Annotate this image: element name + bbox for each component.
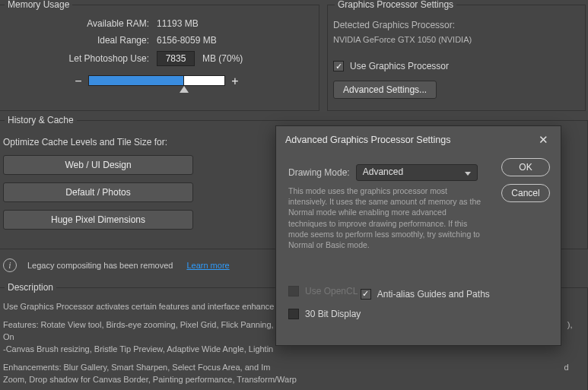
legacy-compositing-text: Legacy compositing has been removed — [27, 261, 173, 270]
thirty-bit-checkbox[interactable]: 30 Bit Display — [288, 309, 361, 319]
advanced-settings-button[interactable]: Advanced Settings... — [333, 81, 437, 99]
thirty-bit-label: 30 Bit Display — [305, 309, 361, 319]
desc-line4a: Enhancements: Blur Gallery, Smart Sharpe… — [3, 363, 270, 372]
ideal-range-value: 6156-8059 MB — [157, 35, 217, 46]
checkbox-icon — [361, 289, 371, 300]
default-photos-button[interactable]: Default / Photos — [3, 182, 193, 202]
cancel-button[interactable]: Cancel — [501, 184, 550, 202]
web-ui-design-button[interactable]: Web / UI Design — [3, 155, 193, 175]
let-photoshop-use-label: Let Photoshop Use: — [0, 53, 149, 64]
available-ram-value: 11193 MB — [157, 18, 199, 29]
use-opencl-checkbox: Use OpenCL — [288, 286, 358, 296]
checkbox-icon — [288, 286, 299, 296]
detected-gpu-value: NVIDIA GeForce GTX 1050 (NVIDIA) — [333, 35, 472, 44]
optimize-label: Optimize Cache Levels and Tile Size for: — [3, 137, 193, 147]
antialias-label: Anti-alias Guides and Paths — [377, 289, 490, 300]
info-icon: i — [3, 258, 17, 272]
drawing-mode-description: This mode uses the graphics processor mo… — [288, 185, 485, 250]
photoshop-ram-suffix: MB (70%) — [202, 53, 243, 64]
gpu-settings-label: Graphics Processor Settings — [335, 0, 456, 10]
huge-pixel-dimensions-button[interactable]: Huge Pixel Dimensions — [3, 210, 193, 230]
checkbox-icon — [288, 309, 299, 319]
available-ram-label: Available RAM: — [0, 18, 149, 29]
learn-more-link[interactable]: Learn more — [186, 261, 229, 270]
close-icon[interactable]: ✕ — [536, 133, 551, 147]
minus-icon[interactable]: − — [72, 75, 85, 88]
checkbox-icon — [333, 61, 344, 71]
modal-title: Advanced Graphics Processor Settings — [285, 135, 450, 145]
description-label: Description — [5, 282, 56, 293]
drawing-mode-value: Advanced — [363, 166, 403, 177]
desc-line3: -Canvas Brush resizing, Bristle Tip Prev… — [3, 344, 273, 354]
ok-button[interactable]: OK — [501, 158, 550, 176]
memory-usage-label: Memory Usage — [5, 0, 72, 10]
desc-line1: Use Graphics Processor activates certain… — [3, 302, 274, 311]
photoshop-ram-input[interactable] — [157, 51, 195, 66]
plus-icon[interactable]: + — [228, 75, 242, 88]
desc-line5: Zoom, Drop shadow for Canvas Border, Pai… — [3, 375, 297, 384]
detected-gpu-label: Detected Graphics Processor: — [333, 20, 472, 30]
drawing-mode-select[interactable]: Advanced — [356, 164, 478, 181]
drawing-mode-label: Drawing Mode: — [288, 167, 350, 178]
use-gpu-checkbox[interactable]: Use Graphics Processor — [333, 61, 449, 71]
ideal-range-label: Ideal Range: — [0, 35, 149, 46]
history-cache-label: History & Cache — [5, 115, 77, 125]
desc-line2a: Features: Rotate View tool, Birds-eye zo… — [3, 320, 276, 329]
desc-line4b: d — [564, 363, 568, 372]
use-opencl-label: Use OpenCL — [305, 286, 358, 296]
advanced-gpu-modal: Advanced Graphics Processor Settings ✕ O… — [275, 125, 561, 346]
use-gpu-label: Use Graphics Processor — [350, 61, 449, 71]
antialias-checkbox[interactable]: Anti-alias Guides and Paths — [361, 289, 490, 300]
ram-slider[interactable]: − + — [72, 75, 242, 88]
